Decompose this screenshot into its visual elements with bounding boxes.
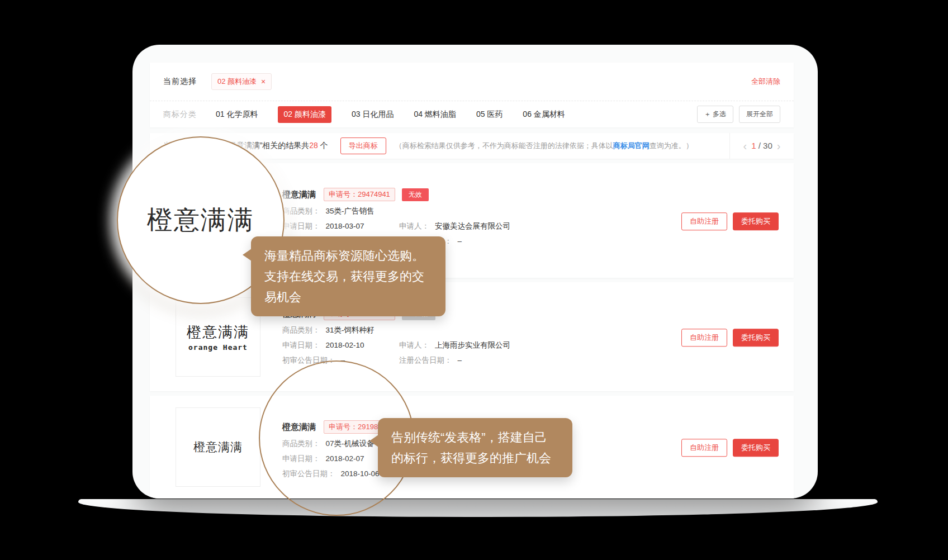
field-value: 35类-广告销售: [326, 206, 375, 216]
next-page-icon[interactable]: ›: [777, 140, 781, 151]
field-value: 安徽美达会展有限公司: [435, 221, 510, 231]
field-label: 申请人：: [399, 340, 429, 350]
row-actions: 自助注册 委托购买: [681, 212, 779, 230]
chip-label: 02 颜料油漆: [217, 77, 257, 87]
category-item-01[interactable]: 01 化学原料: [216, 110, 258, 120]
current-selection-label: 当前选择: [163, 77, 197, 87]
field-label: 申请日期：: [282, 340, 320, 350]
field-value: 31类-饲料种籽: [326, 325, 375, 335]
category-item-06[interactable]: 06 金属材料: [523, 110, 565, 120]
tooltip-text: 告别传统“发表格”，搭建自己的标行，获得更多的推广机会: [391, 430, 551, 465]
multi-select-button[interactable]: ＋ 多选: [697, 106, 733, 123]
field-value: 上海雨步实业有限公司: [435, 340, 510, 350]
self-register-button[interactable]: 自助注册: [681, 329, 727, 347]
field-value: 2018-02-10: [326, 341, 364, 349]
category-row-label: 商标分类: [163, 110, 197, 120]
tooltip-promotion: 告别传统“发表格”，搭建自己的标行，获得更多的推广机会: [378, 418, 572, 477]
category-item-03[interactable]: 03 日化用品: [352, 110, 394, 120]
self-register-button[interactable]: 自助注册: [681, 439, 727, 457]
category-item-02-active[interactable]: 02 颜料油漆: [278, 106, 331, 123]
tooltip-text: 海量精品商标资源随心选购。支持在线交易，获得更多的交易机会: [264, 249, 424, 304]
total-pages: 30: [763, 141, 772, 150]
field-label: 商品类别：: [282, 206, 320, 216]
application-number: 申请号：29474941: [324, 188, 395, 201]
row-actions: 自助注册 委托购买: [681, 439, 779, 457]
row-details: 橙意满满 申请号：29474941 无效 商品类别：35类-广告销售 申请日期：…: [282, 163, 662, 246]
filter-panel: 当前选择 02 颜料油漆 × 全部清除 商标分类 01 化学原料 02 颜料油漆…: [150, 63, 794, 127]
trademark-thumbnail: 橙意满满 orange Heart: [176, 297, 260, 377]
field-label: 申请人：: [399, 221, 429, 231]
field-value: –: [458, 356, 462, 364]
trademark-office-link[interactable]: 商标局官网: [613, 141, 650, 150]
disclaimer-text: （商标检索结果仅供参考，不作为商标能否注册的法律依据；具体以商标局官网查询为准。…: [395, 141, 693, 151]
results-count: 28: [309, 141, 318, 150]
page-indicator: 1 / 30: [751, 141, 772, 151]
current-selection-row: 当前选择 02 颜料油漆 × 全部清除: [150, 63, 794, 101]
chip-close-icon[interactable]: ×: [261, 78, 266, 86]
category-row: 商标分类 01 化学原料 02 颜料油漆 03 日化用品 04 燃料油脂 05 …: [150, 101, 794, 127]
category-item-04[interactable]: 04 燃料油脂: [414, 110, 456, 120]
magnified-trademark-text: 橙意满满: [147, 203, 254, 238]
tooltip-marketplace: 海量精品商标资源随心选购。支持在线交易，获得更多的交易机会: [251, 236, 445, 316]
status-badge: 无效: [402, 188, 429, 201]
thumbnail-text: 橙意满满: [193, 439, 243, 455]
selected-filter-chip[interactable]: 02 颜料油漆 ×: [211, 73, 272, 90]
pagination: ‹ 1 / 30 ›: [729, 133, 794, 159]
clear-all-link[interactable]: 全部清除: [751, 77, 780, 87]
self-register-button[interactable]: 自助注册: [681, 212, 727, 230]
thumbnail-subtext: orange Heart: [188, 343, 248, 352]
trademark-name: 橙意满满: [282, 189, 316, 200]
tooltip-arrow-left-icon: [369, 435, 378, 447]
thumbnail-text: 橙意满满: [187, 322, 249, 342]
prev-page-icon[interactable]: ‹: [743, 140, 747, 151]
trademark-thumbnail: 橙意满满: [176, 407, 260, 487]
field-value: –: [458, 237, 462, 245]
field-value: 2018-03-07: [326, 222, 364, 230]
laptop-base: [78, 499, 878, 517]
current-page: 1: [751, 141, 756, 150]
page-background: 当前选择 02 颜料油漆 × 全部清除 商标分类 01 化学原料 02 颜料油漆…: [0, 0, 948, 560]
result-row: 橙意满满 orange Heart 橙意满满 申请号：29482153 已注册 …: [150, 282, 794, 391]
field-label: 申请日期：: [282, 221, 320, 231]
disclaimer-pre: （商标检索结果仅供参考，不作为商标能否注册的法律依据；具体以: [395, 141, 613, 150]
tooltip-arrow-left-icon: [243, 249, 252, 261]
disclaimer-post: 查询为准。）: [650, 141, 693, 150]
summary-unit: 个: [318, 141, 328, 150]
delegate-buy-button[interactable]: 委托购买: [733, 212, 779, 230]
row-actions: 自助注册 委托购买: [681, 329, 779, 347]
category-actions: ＋ 多选 展开全部: [697, 106, 780, 123]
delegate-buy-button[interactable]: 委托购买: [733, 329, 779, 347]
field-label: 注册公告日期：: [399, 355, 452, 366]
delegate-buy-button[interactable]: 委托购买: [733, 439, 779, 457]
category-item-05[interactable]: 05 医药: [476, 110, 503, 120]
export-trademarks-button[interactable]: 导出商标: [340, 137, 386, 154]
field-label: 商品类别：: [282, 325, 320, 335]
expand-all-button[interactable]: 展开全部: [739, 106, 780, 123]
page-separator: /: [756, 141, 764, 150]
